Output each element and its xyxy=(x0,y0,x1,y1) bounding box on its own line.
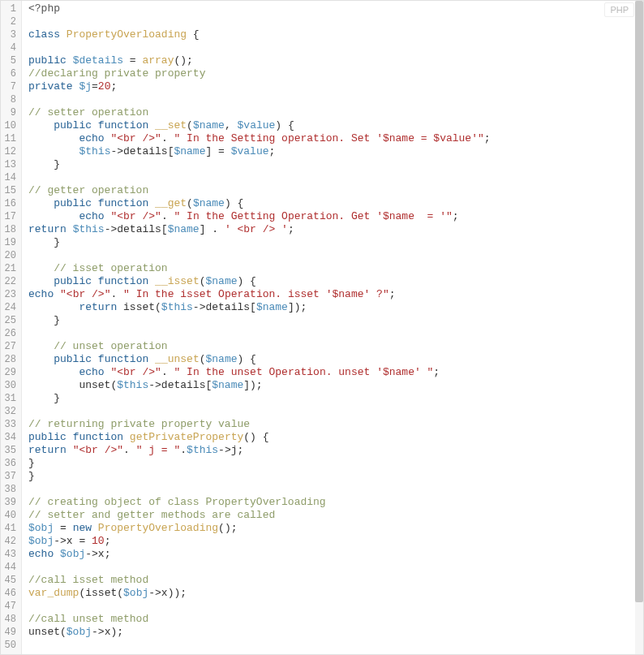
line-number: 3 xyxy=(4,28,16,41)
line-number: 21 xyxy=(4,262,16,275)
code-line: } xyxy=(28,392,643,405)
line-number: 26 xyxy=(4,327,16,340)
code-line xyxy=(28,405,643,418)
code-line: echo "<br />". " In the Getting Operatio… xyxy=(28,210,643,223)
line-number: 5 xyxy=(4,54,16,67)
line-number: 46 xyxy=(4,587,16,600)
code-line: echo "<br />". " In the unset Operation.… xyxy=(28,366,643,379)
code-line xyxy=(28,15,643,28)
code-line: public $details = array(); xyxy=(28,54,643,67)
code-line xyxy=(28,561,643,574)
code-line: // creating object of class PropertyOver… xyxy=(28,496,643,509)
line-number: 36 xyxy=(4,457,16,470)
code-line: // setter and getter methods are called xyxy=(28,509,643,522)
line-number: 43 xyxy=(4,548,16,561)
line-number: 17 xyxy=(4,210,16,223)
line-number: 27 xyxy=(4,340,16,353)
code-line xyxy=(28,249,643,262)
line-number: 50 xyxy=(4,639,16,652)
line-number: 9 xyxy=(4,106,16,119)
code-line: return "<br />". " j = ".$this->j; xyxy=(28,444,643,457)
code-line: echo "<br />". " In the Setting operatio… xyxy=(28,132,643,145)
code-line xyxy=(28,600,643,613)
scrollbar-thumb[interactable] xyxy=(635,1,643,602)
line-number: 45 xyxy=(4,574,16,587)
line-number: 11 xyxy=(4,132,16,145)
code-line: // returning private property value xyxy=(28,418,643,431)
code-line: // isset operation xyxy=(28,262,643,275)
code-line: } xyxy=(28,457,643,470)
code-line: } xyxy=(28,236,643,249)
line-number: 23 xyxy=(4,288,16,301)
code-line: // setter operation xyxy=(28,106,643,119)
line-number: 4 xyxy=(4,41,16,54)
code-line: // getter operation xyxy=(28,184,643,197)
code-line: public function __set($name, $value) { xyxy=(28,119,643,132)
line-number: 28 xyxy=(4,353,16,366)
code-line: class PropertyOverloading { xyxy=(28,28,643,41)
line-number: 22 xyxy=(4,275,16,288)
code-line: return $this->details[$name] . ' <br /> … xyxy=(28,223,643,236)
line-number: 31 xyxy=(4,392,16,405)
code-line: } xyxy=(28,314,643,327)
code-line: public function __unset($name) { xyxy=(28,353,643,366)
code-line: unset($obj->x); xyxy=(28,626,643,639)
line-number: 42 xyxy=(4,535,16,548)
code-line: // unset operation xyxy=(28,340,643,353)
line-number: 1 xyxy=(4,2,16,15)
code-line: } xyxy=(28,470,643,483)
line-number: 47 xyxy=(4,600,16,613)
line-number: 19 xyxy=(4,236,16,249)
code-line: public function __isset($name) { xyxy=(28,275,643,288)
code-line xyxy=(28,639,643,652)
code-line: <?php xyxy=(28,2,643,15)
line-number: 12 xyxy=(4,145,16,158)
line-number: 40 xyxy=(4,509,16,522)
line-number: 20 xyxy=(4,249,16,262)
code-line xyxy=(28,41,643,54)
line-number: 48 xyxy=(4,613,16,626)
line-number: 2 xyxy=(4,15,16,28)
code-editor: 1234567891011121314151617181920212223242… xyxy=(0,0,644,655)
code-line: //call unset method xyxy=(28,613,643,626)
code-line: $this->details[$name] = $value; xyxy=(28,145,643,158)
code-line xyxy=(28,171,643,184)
code-line: private $j=20; xyxy=(28,80,643,93)
code-line: unset($this->details[$name]); xyxy=(28,379,643,392)
line-number: 34 xyxy=(4,431,16,444)
line-number: 33 xyxy=(4,418,16,431)
line-number: 7 xyxy=(4,80,16,93)
code-line: echo $obj->x; xyxy=(28,548,643,561)
line-number: 6 xyxy=(4,67,16,80)
line-number: 32 xyxy=(4,405,16,418)
line-number: 18 xyxy=(4,223,16,236)
code-line xyxy=(28,483,643,496)
code-line: //call isset method xyxy=(28,574,643,587)
line-number: 30 xyxy=(4,379,16,392)
line-number: 13 xyxy=(4,158,16,171)
line-number: 25 xyxy=(4,314,16,327)
code-line: public function getPrivateProperty() { xyxy=(28,431,643,444)
line-number: 49 xyxy=(4,626,16,639)
code-line xyxy=(28,327,643,340)
line-number: 16 xyxy=(4,197,16,210)
language-badge: PHP xyxy=(604,2,634,17)
code-area[interactable]: <?phpclass PropertyOverloading {public $… xyxy=(22,1,643,654)
line-number: 35 xyxy=(4,444,16,457)
code-line: return isset($this->details[$name]); xyxy=(28,301,643,314)
code-line: } xyxy=(28,158,643,171)
code-line: public function __get($name) { xyxy=(28,197,643,210)
code-line: $obj->x = 10; xyxy=(28,535,643,548)
code-line: //declaring private property xyxy=(28,67,643,80)
code-line: echo "<br />". " In the isset Operation.… xyxy=(28,288,643,301)
code-line xyxy=(28,93,643,106)
vertical-scrollbar[interactable] xyxy=(635,1,643,654)
line-number: 39 xyxy=(4,496,16,509)
line-number: 41 xyxy=(4,522,16,535)
line-number: 38 xyxy=(4,483,16,496)
line-number: 44 xyxy=(4,561,16,574)
line-number: 10 xyxy=(4,119,16,132)
line-number-gutter: 1234567891011121314151617181920212223242… xyxy=(1,1,22,654)
line-number: 15 xyxy=(4,184,16,197)
line-number: 8 xyxy=(4,93,16,106)
